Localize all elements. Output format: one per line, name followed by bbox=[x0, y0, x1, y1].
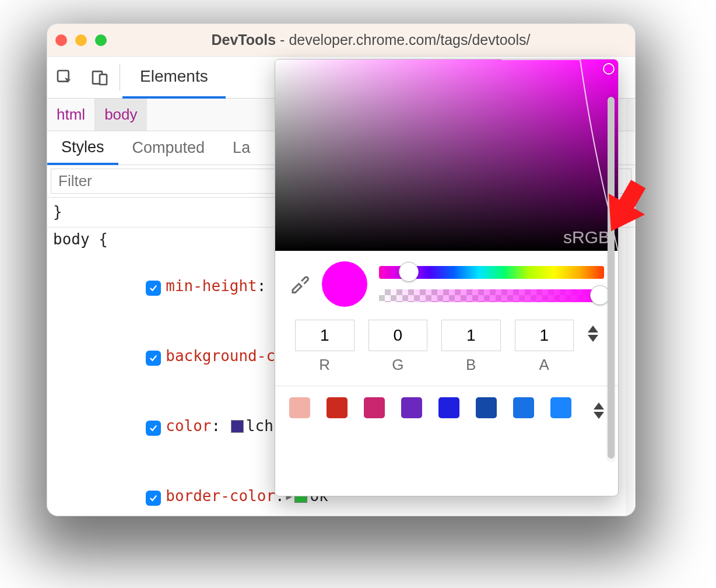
breadcrumb-html[interactable]: html bbox=[47, 99, 94, 131]
device-toolbar-icon[interactable] bbox=[82, 57, 117, 98]
inspect-element-icon[interactable] bbox=[47, 57, 82, 98]
current-color-swatch bbox=[322, 261, 367, 307]
channel-r-input[interactable] bbox=[295, 320, 355, 351]
channel-g-label: G bbox=[368, 356, 428, 374]
palette-swatch[interactable] bbox=[289, 397, 310, 418]
color-picker-panel: sRGB R G bbox=[275, 59, 619, 496]
annotation-arrow-icon bbox=[590, 172, 660, 242]
tab-elements[interactable]: Elements bbox=[122, 57, 226, 99]
checkbox-icon[interactable] bbox=[146, 421, 161, 436]
chevron-down-icon bbox=[594, 412, 604, 419]
checkbox-icon[interactable] bbox=[146, 351, 161, 366]
svg-rect-2 bbox=[100, 74, 107, 84]
alpha-slider[interactable] bbox=[379, 289, 604, 302]
palette-switcher[interactable] bbox=[594, 397, 604, 419]
subtab-layout[interactable]: La bbox=[219, 131, 264, 164]
chevron-up-icon bbox=[594, 402, 604, 410]
channel-a-input[interactable] bbox=[515, 320, 574, 351]
color-spectrum[interactable]: sRGB bbox=[275, 60, 618, 251]
palette-swatch[interactable] bbox=[476, 397, 497, 418]
checkbox-icon[interactable] bbox=[146, 281, 161, 296]
maximize-window-button[interactable] bbox=[95, 34, 107, 46]
channel-a-label: A bbox=[515, 356, 574, 374]
close-window-button[interactable] bbox=[55, 34, 67, 46]
palette-swatch[interactable] bbox=[438, 397, 459, 418]
color-format-switcher[interactable] bbox=[588, 320, 598, 342]
palette-swatch[interactable] bbox=[550, 397, 571, 418]
color-swatch-icon[interactable] bbox=[231, 420, 244, 433]
subtab-styles[interactable]: Styles bbox=[47, 131, 118, 165]
eyedropper-icon[interactable] bbox=[289, 272, 310, 296]
channel-r-label: R bbox=[295, 356, 355, 374]
chevron-down-icon bbox=[588, 335, 598, 342]
channel-b-input[interactable] bbox=[441, 320, 501, 351]
spectrum-picker-handle[interactable] bbox=[603, 63, 615, 75]
hue-slider-handle[interactable] bbox=[399, 262, 419, 282]
window-title: DevTools - developer.chrome.com/tags/dev… bbox=[115, 32, 627, 48]
palette-swatch[interactable] bbox=[364, 397, 385, 418]
picker-scrollbar[interactable] bbox=[606, 94, 616, 462]
palette-swatch[interactable] bbox=[401, 397, 422, 418]
minimize-window-button[interactable] bbox=[75, 34, 87, 46]
separator bbox=[120, 64, 120, 91]
hue-slider[interactable] bbox=[379, 266, 604, 279]
channel-g-input[interactable] bbox=[368, 320, 428, 351]
palette-swatch[interactable] bbox=[513, 397, 534, 418]
titlebar: DevTools - developer.chrome.com/tags/dev… bbox=[47, 24, 635, 57]
color-palette bbox=[275, 386, 618, 429]
palette-swatch[interactable] bbox=[327, 397, 348, 418]
window-scrollbar[interactable] bbox=[626, 99, 634, 516]
breadcrumb-body[interactable]: body bbox=[94, 99, 146, 131]
subtab-computed[interactable]: Computed bbox=[118, 131, 219, 164]
color-channel-inputs: R G B A bbox=[275, 307, 618, 374]
scrollbar-thumb[interactable] bbox=[608, 97, 615, 459]
devtools-window: DevTools - developer.chrome.com/tags/dev… bbox=[47, 23, 636, 516]
checkbox-icon[interactable] bbox=[146, 491, 161, 506]
channel-b-label: B bbox=[441, 356, 501, 374]
chevron-up-icon bbox=[588, 326, 598, 332]
